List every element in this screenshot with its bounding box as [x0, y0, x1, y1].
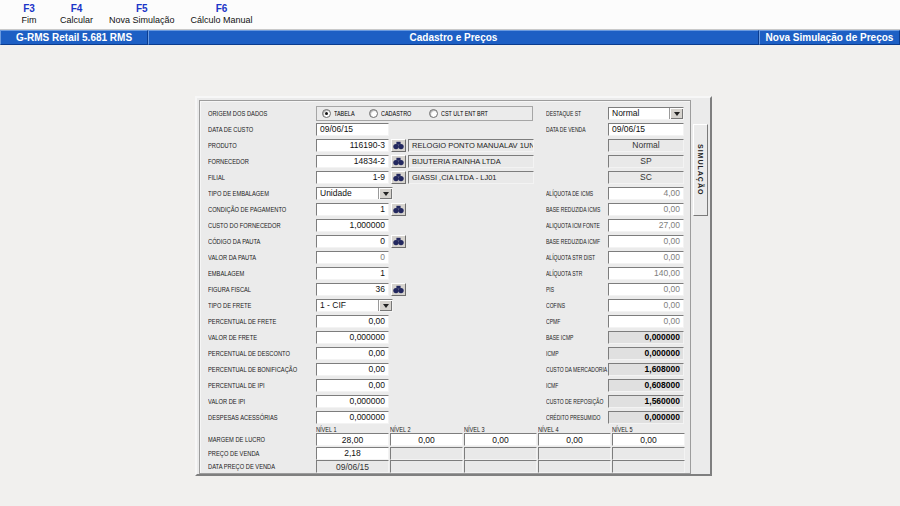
nivel-cell[interactable]: 0,00	[538, 433, 611, 446]
field-label: CONDIÇÃO DE PAGAMENTO	[208, 206, 316, 213]
field-label: BASE ICMP	[546, 334, 608, 341]
tipo-de-frete-select[interactable]: 1 - CIF	[316, 299, 393, 312]
title-bar: G-RMS Retail 5.681 RMS Cadastro e Preços…	[0, 30, 900, 45]
nivel-cell[interactable]: 28,00	[316, 433, 389, 446]
readonly-field: 0,00	[608, 235, 684, 248]
filial-code-input[interactable]: 1-9	[316, 171, 389, 184]
readonly-field: 27,00	[608, 219, 684, 232]
nivel-header: NÍVEL 3	[464, 426, 538, 433]
nivel-cell	[612, 460, 685, 473]
form-row: Normal	[546, 137, 688, 153]
produto-unit: AV 1UN	[508, 141, 534, 150]
field-label: FIGURA FISCAL	[208, 286, 316, 293]
percentual-de-frete-input[interactable]: 0,00	[316, 315, 389, 328]
nivel-cell	[390, 460, 463, 473]
fkey-fim[interactable]: F3 Fim	[14, 3, 44, 25]
valor-de-ipi-input[interactable]: 0,000000	[316, 395, 389, 408]
field-label: BASE REDUZIDA ICMF	[546, 238, 608, 245]
field-label: PERCENTUAL DE BONIFICAÇÃO	[208, 366, 316, 373]
form-row: FIGURA FISCAL 36	[208, 281, 542, 297]
field-label: ALÍQUOTA STR DIST	[546, 254, 608, 261]
form-row: BASE REDUZIDA ICMS0,00	[546, 201, 688, 217]
readonly-field: 140,00	[608, 267, 684, 280]
produto-code-input[interactable]: 116190-3	[316, 139, 389, 152]
dropdown-arrow-icon[interactable]	[378, 188, 392, 199]
fkey-calcular[interactable]: F4 Calcular	[60, 3, 93, 25]
form-row: CPMF0,00	[546, 313, 688, 329]
dropdown-arrow-icon[interactable]	[378, 300, 392, 311]
readonly-field: 0,00	[608, 283, 684, 296]
tab-simulacao[interactable]: SIMULAÇÃO	[693, 124, 708, 216]
nivel-rows: MARGEM DE LUCRO28,000,000,000,000,00PREÇ…	[208, 433, 690, 474]
form-row: PERCENTUAL DE DESCONTO 0,00	[208, 345, 542, 361]
form-row: BASE ICMP0,000000	[546, 329, 688, 345]
percentual-de-bonificacao-input[interactable]: 0,00	[316, 363, 389, 376]
condicao-de-pagamento-input[interactable]: 1	[316, 203, 389, 216]
field-label: DESTAQUE ST	[546, 110, 608, 117]
data-de-venda-input[interactable]: 09/06/15	[608, 123, 684, 136]
nivel-cell	[538, 460, 611, 473]
form-row: FILIAL 1-9 GIASSI ,CIA LTDA - LJ01	[208, 169, 542, 185]
produto-search-button[interactable]	[391, 139, 406, 152]
form-row: EMBALAGEM 1	[208, 265, 542, 281]
percentual-de-ipi-input[interactable]: 0,00	[316, 379, 389, 392]
nivel-cell[interactable]: 0,00	[612, 433, 685, 446]
form-row: SC	[546, 169, 688, 185]
condicao-search-button[interactable]	[391, 203, 406, 216]
radio-cst-ult-ent-brt[interactable]: CST ULT ENT BRT	[429, 109, 501, 118]
field-label: TIPO DE EMBALAGEM	[208, 190, 316, 197]
produto-status-field: Normal	[608, 139, 684, 152]
dropdown-arrow-icon[interactable]	[669, 108, 683, 119]
custo-do-fornecedor-input[interactable]: 1,000000	[316, 219, 389, 232]
form-row: CÓDIGO DA PAUTA 0	[208, 233, 542, 249]
pauta-search-button[interactable]	[391, 235, 406, 248]
percentual-de-desconto-input[interactable]: 0,00	[316, 347, 389, 360]
field-label: BASE REDUZIDA ICMS	[546, 206, 608, 213]
form-row: DATA DE VENDA 09/06/15	[546, 121, 688, 137]
calculated-field: 0,000000	[608, 347, 684, 360]
data-de-custo-input[interactable]: 09/06/15	[316, 123, 389, 136]
radio-tabela[interactable]: TABELA	[322, 109, 360, 118]
despesas-acessorias-input[interactable]: 0,000000	[316, 411, 389, 424]
form-row: COFINS0,00	[546, 297, 688, 313]
field-label	[546, 142, 608, 149]
calculated-field: 1,560000	[608, 395, 684, 408]
nivel-cell[interactable]: 0,00	[390, 433, 463, 446]
destaque-st-select[interactable]: Normal	[608, 107, 684, 120]
form-row: DESTAQUE ST Normal	[546, 105, 688, 121]
nivel-cell[interactable]: 0,00	[464, 433, 537, 446]
nivel-cell[interactable]: 2,18	[316, 447, 389, 460]
codigo-da-pauta-input[interactable]: 0	[316, 235, 389, 248]
field-label: PREÇO DE VENDA	[208, 450, 316, 457]
figura-fiscal-search-button[interactable]	[391, 283, 406, 296]
form-row: VALOR DE IPI 0,000000	[208, 393, 542, 409]
filial-search-button[interactable]	[391, 171, 406, 184]
field-label: CÓDIGO DA PAUTA	[208, 238, 316, 245]
field-label: DATA PREÇO DE VENDA	[208, 463, 316, 470]
field-label: CUSTO DA MERCADORIA	[546, 366, 608, 373]
radio-cadastro[interactable]: CADASTRO	[369, 109, 420, 118]
fornecedor-code-input[interactable]: 14834-2	[316, 155, 389, 168]
app-title: G-RMS Retail 5.681 RMS	[0, 30, 148, 45]
fkey-nova-simulacao[interactable]: F5 Nova Simulação	[109, 3, 175, 25]
form-row: PERCENTUAL DE BONIFICAÇÃO 0,00	[208, 361, 542, 377]
field-label: ALÍQUOTA STR	[546, 270, 608, 277]
field-label: CUSTO DE REPOSIÇÃO	[546, 398, 608, 405]
origem-dos-dados-group: TABELA CADASTRO CST ULT ENT BRT	[316, 106, 533, 121]
figura-fiscal-input[interactable]: 36	[316, 283, 389, 296]
binoculars-icon	[393, 205, 404, 214]
form-row: CUSTO DA MERCADORIA1,608000	[546, 361, 688, 377]
calculated-field: 0,000000	[608, 411, 684, 424]
form-row: VALOR DE FRETE 0,000000	[208, 329, 542, 345]
nivel-cell	[538, 447, 611, 460]
fkey-calculo-manual[interactable]: F6 Cálculo Manual	[191, 3, 253, 25]
field-label: ORIGEM DOS DADOS	[208, 110, 316, 117]
form-row: PRODUTO 116190-3 RELOGIO PONTO MANUALAV …	[208, 137, 542, 153]
embalagem-input[interactable]: 1	[316, 267, 389, 280]
readonly-field: 0,00	[608, 299, 684, 312]
form-row: ALÍQUOTA STR140,00	[546, 265, 688, 281]
valor-de-frete-input[interactable]: 0,000000	[316, 331, 389, 344]
fornecedor-uf-field: SP	[608, 155, 684, 168]
tipo-de-embalagem-select[interactable]: Unidade	[316, 187, 393, 200]
fornecedor-search-button[interactable]	[391, 155, 406, 168]
